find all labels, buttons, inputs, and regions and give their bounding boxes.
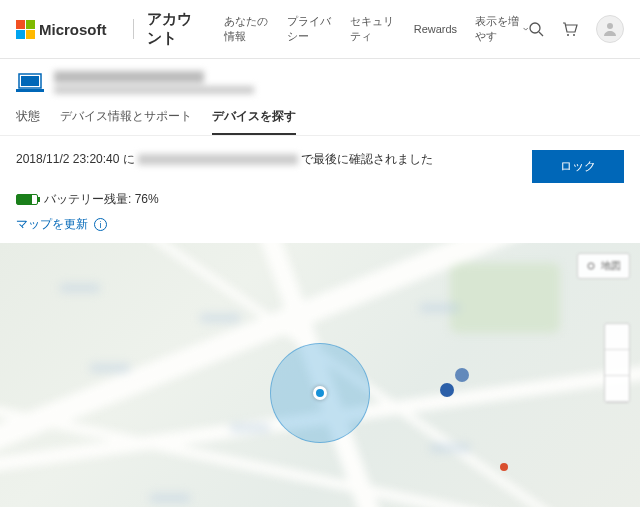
tab-find-device[interactable]: デバイスを探す: [212, 108, 296, 135]
device-name: [54, 71, 254, 94]
header-divider: [133, 19, 134, 39]
map-type-label: 地図: [601, 259, 621, 273]
laptop-icon: [16, 73, 44, 93]
nav-security[interactable]: セキュリティ: [350, 14, 395, 44]
svg-point-3: [573, 34, 575, 36]
device-map[interactable]: 地図 Bing: [0, 243, 640, 507]
svg-point-8: [588, 263, 594, 269]
nav-privacy[interactable]: プライバシー: [287, 14, 332, 44]
search-icon[interactable]: [528, 21, 544, 37]
refresh-map-link[interactable]: マップを更新: [16, 216, 88, 233]
last-seen-location-redacted: [138, 154, 298, 165]
svg-rect-6: [21, 76, 39, 86]
section-title: アカウント: [147, 10, 205, 48]
tab-info-support[interactable]: デバイス情報とサポート: [60, 108, 192, 135]
microsoft-logo[interactable]: Microsoft: [16, 20, 107, 39]
lock-button[interactable]: ロック: [532, 150, 624, 183]
map-point-red: [500, 463, 508, 471]
user-avatar[interactable]: [596, 15, 624, 43]
location-accuracy-circle: [270, 343, 370, 443]
battery-icon: [16, 194, 38, 205]
person-icon: [602, 21, 618, 37]
cart-icon[interactable]: [562, 21, 578, 37]
zoom-in-button[interactable]: [605, 324, 629, 350]
location-dot: [313, 386, 327, 400]
brand-text: Microsoft: [39, 21, 107, 38]
svg-point-0: [530, 23, 540, 33]
svg-line-1: [539, 32, 543, 36]
last-seen-text: 2018/11/2 23:20:40 に で最後に確認されました: [16, 150, 433, 168]
nav-your-info[interactable]: あなたの情報: [224, 14, 269, 44]
map-zoom-control[interactable]: [604, 323, 630, 403]
info-icon[interactable]: i: [94, 218, 107, 231]
nav-more-label: 表示を増やす: [475, 14, 519, 44]
zoom-extra-button[interactable]: [605, 376, 629, 402]
ms-logo-icon: [16, 20, 35, 39]
zoom-out-button[interactable]: [605, 350, 629, 376]
target-icon: [586, 261, 596, 271]
svg-rect-7: [16, 89, 44, 92]
map-point: [455, 368, 469, 382]
svg-point-2: [567, 34, 569, 36]
last-seen-timestamp: 2018/11/2 23:20:40 に: [16, 152, 135, 166]
nav-rewards[interactable]: Rewards: [414, 14, 457, 44]
map-point: [440, 383, 454, 397]
device-tabs: 状態 デバイス情報とサポート デバイスを探す: [0, 102, 640, 136]
nav-more[interactable]: 表示を増やす: [475, 14, 528, 44]
tab-status[interactable]: 状態: [16, 108, 40, 135]
last-seen-suffix: で最後に確認されました: [301, 152, 433, 166]
map-type-control[interactable]: 地図: [577, 253, 630, 279]
svg-point-4: [607, 23, 613, 29]
header-nav: あなたの情報 プライバシー セキュリティ Rewards 表示を増やす: [224, 14, 528, 44]
battery-label: バッテリー残量: 76%: [44, 191, 159, 208]
